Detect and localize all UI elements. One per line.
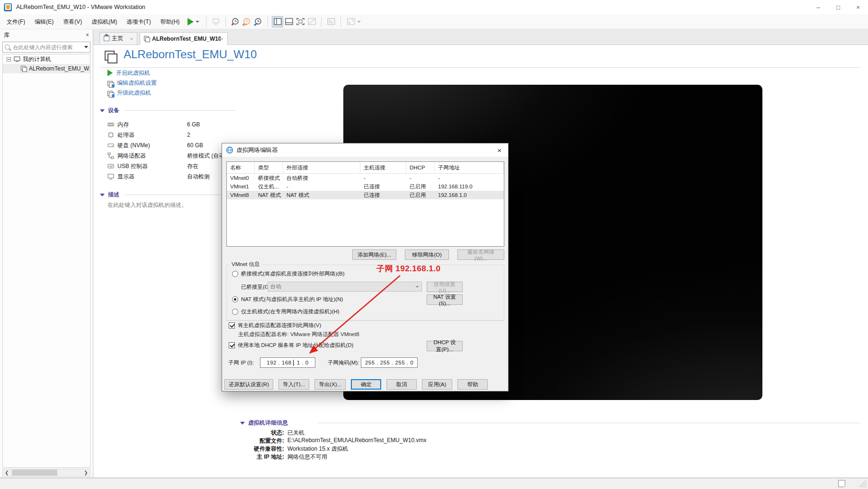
menu-help[interactable]: 帮助(H): [156, 17, 185, 27]
collapse-icon[interactable]: [7, 57, 11, 62]
vmware-logo-icon: [4, 3, 12, 11]
checkbox-checked-icon[interactable]: [229, 322, 235, 329]
bridged-to-combobox: 自动: [268, 282, 422, 292]
nat-settings-button[interactable]: NAT 设置(S)...: [427, 294, 463, 305]
tree-item-vm[interactable]: ALRebornTest_EMU_W10: [3, 64, 90, 73]
free-stretch-icon: [347, 18, 355, 25]
library-title: 库: [4, 31, 9, 39]
library-horizontal-scrollbar[interactable]: ❮ ❯: [2, 469, 90, 477]
library-search-box[interactable]: [2, 42, 90, 53]
toolbar-separator: [340, 17, 341, 27]
revert-snapshot-button[interactable]: [241, 16, 252, 27]
take-snapshot-button[interactable]: [230, 16, 241, 27]
thumbnail-bar-icon: [285, 18, 293, 25]
radio-icon[interactable]: [232, 309, 238, 315]
search-dropdown-icon[interactable]: [84, 46, 88, 48]
toolbar-separator: [206, 17, 206, 27]
tab-strip: 主页 × ALRebornTest_EMU_W10 ×: [93, 29, 868, 45]
tab-vm-active[interactable]: ALRebornTest_EMU_W10 ×: [140, 32, 228, 45]
dhcp-settings-button[interactable]: DHCP 设置(P)...: [427, 341, 463, 351]
maximize-button[interactable]: □: [828, 0, 848, 14]
upgrade-vm-icon: [107, 90, 114, 96]
help-button[interactable]: 帮助: [457, 379, 488, 390]
resize-grip[interactable]: [859, 480, 867, 488]
menu-view[interactable]: 查看(V): [58, 17, 87, 27]
edit-settings-link[interactable]: 编辑虚拟机设置: [107, 78, 157, 88]
bridged-mode-radio[interactable]: 桥接模式(将虚拟机直接连接到外部网络)(B): [232, 270, 345, 277]
radio-icon[interactable]: [232, 271, 238, 277]
display-icon: [107, 173, 114, 180]
power-on-button[interactable]: [184, 16, 202, 27]
menu-file[interactable]: 文件(F): [2, 17, 30, 27]
cpu-icon: [107, 132, 114, 138]
scrollbar-thumb[interactable]: [12, 470, 57, 476]
tree-item-my-computer[interactable]: 我的计算机: [3, 54, 90, 64]
table-row-vmnet8-selected[interactable]: VMnet8 NAT 模式 NAT 模式 已连接 已启用 192.168.1.0: [227, 191, 504, 199]
vm-icon: [21, 66, 27, 71]
library-tree: 我的计算机 ALRebornTest_EMU_W10: [2, 54, 90, 468]
library-pane-icon: [274, 18, 282, 25]
snapshot-manager-button[interactable]: [252, 16, 264, 27]
network-adapter-icon: [107, 152, 114, 159]
scroll-left-icon[interactable]: ❮: [3, 470, 11, 475]
send-ctrl-alt-del-button: [210, 16, 222, 27]
keyboard-send-icon: [212, 18, 220, 26]
description-placeholder[interactable]: 在此处键入对该虚拟机的描述。: [107, 201, 187, 209]
dialog-title-bar[interactable]: 虚拟网络编辑器 ×: [222, 143, 508, 157]
network-table: 名称 类型 外部连接 主机连接 DHCP 子网地址 VMnet0 桥接模式 自动…: [226, 161, 504, 247]
devices-section-header[interactable]: 设备: [100, 107, 119, 115]
menu-vm[interactable]: 虚拟机(M): [87, 17, 122, 27]
divider: [226, 320, 504, 321]
detail-hw-compatibility: 硬件兼容性: Workstation 15.x 虚拟机: [235, 445, 348, 453]
message-note-icon[interactable]: [838, 480, 845, 487]
library-close-icon[interactable]: ×: [86, 32, 89, 38]
chevron-down-icon: [357, 21, 361, 23]
show-thumbnail-bar-toggle[interactable]: [283, 16, 295, 27]
nat-mode-radio[interactable]: NAT 模式(与虚拟机共享主机的 IP 地址)(N): [232, 296, 343, 303]
description-section-header[interactable]: 描述: [100, 191, 119, 199]
show-library-toggle[interactable]: [272, 16, 283, 27]
menu-tabs[interactable]: 选项卡(T): [122, 17, 155, 27]
menu-edit[interactable]: 编辑(E): [30, 17, 58, 27]
close-button[interactable]: ×: [848, 0, 868, 14]
scroll-right-icon[interactable]: ❯: [82, 470, 90, 475]
ok-button[interactable]: 确定: [351, 379, 381, 390]
remove-network-button[interactable]: 移除网络(O): [405, 249, 449, 260]
menu-bar: 文件(F) 编辑(E) 查看(V) 虚拟机(M) 选项卡(T) 帮助(H): [0, 14, 868, 29]
minimize-button[interactable]: –: [808, 0, 828, 14]
device-processors[interactable]: 处理器 2: [107, 130, 311, 140]
console-view-button: [325, 16, 337, 27]
add-network-button[interactable]: 添加网络(E)...: [352, 249, 396, 260]
search-input[interactable]: [12, 44, 84, 51]
host-only-mode-radio[interactable]: 仅主机模式(在专用网络内连接虚拟机)(H): [232, 308, 340, 315]
checkbox-checked-icon[interactable]: [229, 342, 235, 348]
usb-icon: [107, 163, 114, 169]
divider: [125, 195, 235, 195]
power-on-link[interactable]: 开启此虚拟机: [107, 68, 150, 78]
table-row-vmnet0[interactable]: VMnet0 桥接模式 自动桥接 - - -: [227, 174, 504, 182]
vm-large-icon: [105, 51, 117, 63]
export-button[interactable]: 导出(X)...: [314, 379, 346, 390]
dialog-close-icon[interactable]: ×: [494, 146, 504, 154]
subnet-mask-input[interactable]: 255 . 255 . 255 . 0: [361, 357, 418, 368]
radio-selected-icon[interactable]: [232, 296, 238, 302]
subnet-ip-input[interactable]: 192 . 168 . 1 . 0: [260, 357, 315, 368]
import-button[interactable]: 导入(T)...: [278, 379, 309, 390]
vm-details-section-header[interactable]: 虚拟机详细信息: [240, 419, 288, 427]
detail-primary-ip: 主 IP 地址: 网络信息不可用: [235, 453, 327, 461]
chevron-down-icon: [196, 21, 199, 23]
rename-network-button: 重命名网络(W)...: [457, 249, 504, 260]
dhcp-checkbox[interactable]: 使用本地 DHCP 服务将 IP 地址分配给虚拟机(D): [229, 342, 353, 349]
upgrade-vm-link[interactable]: 升级此虚拟机: [107, 88, 151, 98]
restore-defaults-button[interactable]: 还原默认设置(R): [224, 379, 273, 390]
console-icon: [327, 18, 335, 25]
tab-home[interactable]: 主页 ×: [99, 32, 137, 45]
tab-close-icon[interactable]: ×: [130, 36, 133, 42]
tab-close-icon[interactable]: ×: [221, 36, 224, 42]
fullscreen-button[interactable]: [295, 16, 306, 27]
host-adapter-checkbox[interactable]: 将主机虚拟适配器连接到此网络(V): [229, 322, 321, 329]
apply-button[interactable]: 应用(A): [422, 379, 452, 390]
cancel-button[interactable]: 取消: [386, 379, 417, 390]
table-row-vmnet1[interactable]: VMnet1 仅主机... - 已连接 已启用 192.168.119.0: [227, 182, 504, 191]
device-memory[interactable]: 内存 6 GB: [107, 120, 311, 129]
